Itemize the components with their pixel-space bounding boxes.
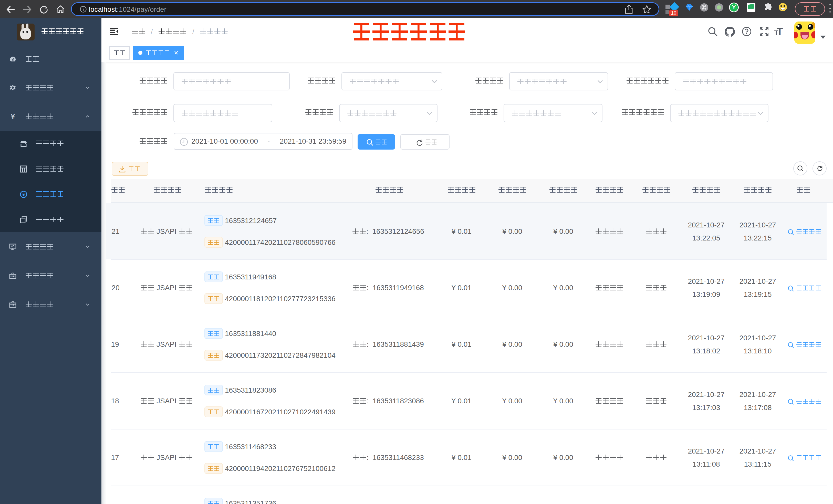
- svg-text:¥: ¥: [23, 192, 25, 197]
